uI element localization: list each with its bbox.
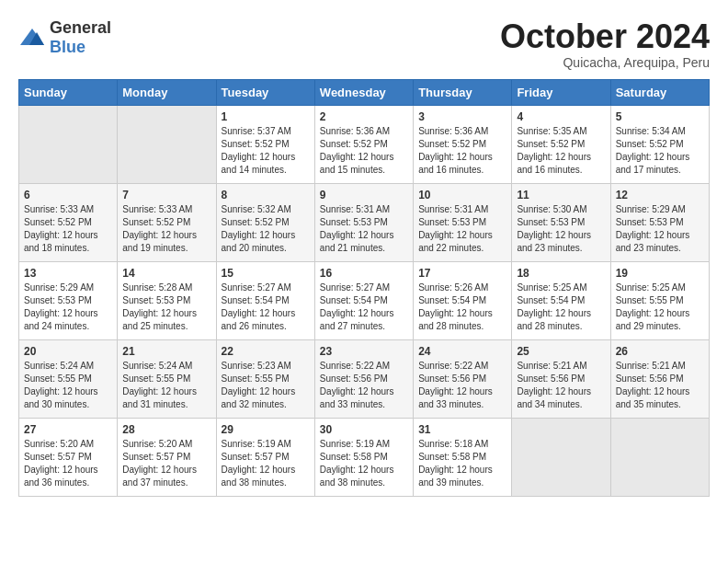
calendar-cell: 18Sunrise: 5:25 AMSunset: 5:54 PMDayligh… — [512, 261, 610, 339]
day-number: 5 — [616, 110, 704, 123]
calendar-cell — [610, 418, 709, 496]
day-info: Sunrise: 5:21 AMSunset: 5:56 PMDaylight:… — [616, 360, 704, 411]
day-info: Sunrise: 5:36 AMSunset: 5:52 PMDaylight:… — [418, 125, 506, 177]
calendar-cell: 20Sunrise: 5:24 AMSunset: 5:55 PMDayligh… — [19, 339, 118, 418]
day-number: 16 — [320, 267, 408, 280]
calendar-cell: 6Sunrise: 5:33 AMSunset: 5:52 PMDaylight… — [19, 183, 118, 261]
day-info: Sunrise: 5:20 AMSunset: 5:57 PMDaylight:… — [24, 438, 112, 489]
calendar-cell: 11Sunrise: 5:30 AMSunset: 5:53 PMDayligh… — [512, 183, 610, 261]
day-info: Sunrise: 5:29 AMSunset: 5:53 PMDaylight:… — [616, 203, 704, 255]
logo-general: General — [50, 18, 111, 37]
calendar-cell: 8Sunrise: 5:32 AMSunset: 5:52 PMDaylight… — [216, 183, 314, 261]
calendar-cell: 15Sunrise: 5:27 AMSunset: 5:54 PMDayligh… — [216, 261, 314, 339]
calendar-cell: 28Sunrise: 5:20 AMSunset: 5:57 PMDayligh… — [118, 418, 216, 496]
logo-blue: Blue — [50, 38, 85, 56]
day-info: Sunrise: 5:22 AMSunset: 5:56 PMDaylight:… — [418, 360, 506, 411]
day-number: 8 — [222, 189, 310, 201]
day-number: 29 — [222, 423, 310, 436]
day-info: Sunrise: 5:34 AMSunset: 5:52 PMDaylight:… — [616, 125, 704, 177]
calendar-cell: 12Sunrise: 5:29 AMSunset: 5:53 PMDayligh… — [610, 183, 709, 261]
day-info: Sunrise: 5:32 AMSunset: 5:52 PMDaylight:… — [222, 203, 310, 255]
calendar-table: SundayMondayTuesdayWednesdayThursdayFrid… — [18, 79, 710, 497]
day-info: Sunrise: 5:37 AMSunset: 5:52 PMDaylight:… — [222, 125, 310, 177]
calendar-cell: 21Sunrise: 5:24 AMSunset: 5:55 PMDayligh… — [118, 339, 216, 418]
day-info: Sunrise: 5:25 AMSunset: 5:55 PMDaylight:… — [616, 282, 704, 333]
day-info: Sunrise: 5:33 AMSunset: 5:52 PMDaylight:… — [24, 203, 112, 255]
day-info: Sunrise: 5:24 AMSunset: 5:55 PMDaylight:… — [122, 360, 210, 411]
day-number: 25 — [517, 345, 605, 358]
calendar-cell: 16Sunrise: 5:27 AMSunset: 5:54 PMDayligh… — [314, 261, 413, 339]
day-info: Sunrise: 5:27 AMSunset: 5:54 PMDaylight:… — [222, 282, 310, 333]
day-number: 13 — [24, 267, 112, 280]
calendar-week-row: 6Sunrise: 5:33 AMSunset: 5:52 PMDaylight… — [19, 183, 710, 261]
day-number: 6 — [24, 189, 112, 201]
day-info: Sunrise: 5:36 AMSunset: 5:52 PMDaylight:… — [320, 125, 408, 177]
day-info: Sunrise: 5:19 AMSunset: 5:57 PMDaylight:… — [222, 438, 310, 489]
calendar-cell: 4Sunrise: 5:35 AMSunset: 5:52 PMDaylight… — [512, 105, 610, 183]
day-number: 26 — [616, 345, 704, 358]
weekday-header: Thursday — [414, 79, 512, 105]
calendar-cell: 5Sunrise: 5:34 AMSunset: 5:52 PMDaylight… — [610, 105, 709, 183]
day-info: Sunrise: 5:27 AMSunset: 5:54 PMDaylight:… — [320, 282, 408, 333]
day-info: Sunrise: 5:29 AMSunset: 5:53 PMDaylight:… — [24, 282, 112, 333]
day-number: 30 — [320, 423, 408, 436]
day-info: Sunrise: 5:18 AMSunset: 5:58 PMDaylight:… — [418, 438, 506, 489]
day-number: 23 — [320, 345, 408, 358]
calendar-cell: 10Sunrise: 5:31 AMSunset: 5:53 PMDayligh… — [414, 183, 512, 261]
calendar-cell: 27Sunrise: 5:20 AMSunset: 5:57 PMDayligh… — [19, 418, 118, 496]
calendar-cell: 29Sunrise: 5:19 AMSunset: 5:57 PMDayligh… — [216, 418, 314, 496]
weekday-row: SundayMondayTuesdayWednesdayThursdayFrid… — [19, 79, 710, 105]
weekday-header: Saturday — [610, 79, 709, 105]
weekday-header: Wednesday — [314, 79, 413, 105]
day-info: Sunrise: 5:25 AMSunset: 5:54 PMDaylight:… — [517, 282, 605, 333]
day-info: Sunrise: 5:28 AMSunset: 5:53 PMDaylight:… — [122, 282, 210, 333]
day-number: 21 — [122, 345, 210, 358]
day-info: Sunrise: 5:23 AMSunset: 5:55 PMDaylight:… — [222, 360, 310, 411]
calendar-cell: 2Sunrise: 5:36 AMSunset: 5:52 PMDaylight… — [314, 105, 413, 183]
month-year: October 2024 — [500, 18, 710, 55]
day-number: 24 — [418, 345, 506, 358]
day-number: 2 — [320, 110, 408, 123]
day-number: 10 — [418, 189, 506, 201]
calendar-week-row: 13Sunrise: 5:29 AMSunset: 5:53 PMDayligh… — [19, 261, 710, 339]
day-info: Sunrise: 5:24 AMSunset: 5:55 PMDaylight:… — [24, 360, 112, 411]
day-info: Sunrise: 5:21 AMSunset: 5:56 PMDaylight:… — [517, 360, 605, 411]
weekday-header: Tuesday — [216, 79, 314, 105]
calendar-cell: 14Sunrise: 5:28 AMSunset: 5:53 PMDayligh… — [118, 261, 216, 339]
day-info: Sunrise: 5:20 AMSunset: 5:57 PMDaylight:… — [122, 438, 210, 489]
calendar-cell: 3Sunrise: 5:36 AMSunset: 5:52 PMDaylight… — [414, 105, 512, 183]
day-number: 11 — [517, 189, 605, 201]
calendar-cell — [118, 105, 216, 183]
day-info: Sunrise: 5:22 AMSunset: 5:56 PMDaylight:… — [320, 360, 408, 411]
logo: General Blue — [18, 18, 111, 57]
day-info: Sunrise: 5:31 AMSunset: 5:53 PMDaylight:… — [320, 203, 408, 255]
day-number: 1 — [222, 110, 310, 123]
calendar-cell — [512, 418, 610, 496]
calendar-cell — [19, 105, 118, 183]
calendar-week-row: 20Sunrise: 5:24 AMSunset: 5:55 PMDayligh… — [19, 339, 710, 418]
day-number: 28 — [122, 423, 210, 436]
title-block: October 2024 Quicacha, Arequipa, Peru — [500, 18, 710, 70]
day-number: 18 — [517, 267, 605, 280]
weekday-header: Friday — [512, 79, 610, 105]
calendar-cell: 19Sunrise: 5:25 AMSunset: 5:55 PMDayligh… — [610, 261, 709, 339]
weekday-header: Monday — [118, 79, 216, 105]
day-number: 3 — [418, 110, 506, 123]
day-number: 14 — [122, 267, 210, 280]
day-info: Sunrise: 5:31 AMSunset: 5:53 PMDaylight:… — [418, 203, 506, 255]
calendar-cell: 30Sunrise: 5:19 AMSunset: 5:58 PMDayligh… — [314, 418, 413, 496]
day-number: 17 — [418, 267, 506, 280]
calendar-cell: 9Sunrise: 5:31 AMSunset: 5:53 PMDaylight… — [314, 183, 413, 261]
day-number: 4 — [517, 110, 605, 123]
calendar-cell: 1Sunrise: 5:37 AMSunset: 5:52 PMDaylight… — [216, 105, 314, 183]
calendar-cell: 31Sunrise: 5:18 AMSunset: 5:58 PMDayligh… — [414, 418, 512, 496]
day-number: 7 — [122, 189, 210, 201]
day-info: Sunrise: 5:26 AMSunset: 5:54 PMDaylight:… — [418, 282, 506, 333]
page-header: General Blue October 2024 Quicacha, Areq… — [18, 18, 710, 70]
day-info: Sunrise: 5:30 AMSunset: 5:53 PMDaylight:… — [517, 203, 605, 255]
calendar-cell: 24Sunrise: 5:22 AMSunset: 5:56 PMDayligh… — [414, 339, 512, 418]
day-info: Sunrise: 5:35 AMSunset: 5:52 PMDaylight:… — [517, 125, 605, 177]
calendar-cell: 26Sunrise: 5:21 AMSunset: 5:56 PMDayligh… — [610, 339, 709, 418]
location: Quicacha, Arequipa, Peru — [500, 55, 710, 70]
day-number: 31 — [418, 423, 506, 436]
